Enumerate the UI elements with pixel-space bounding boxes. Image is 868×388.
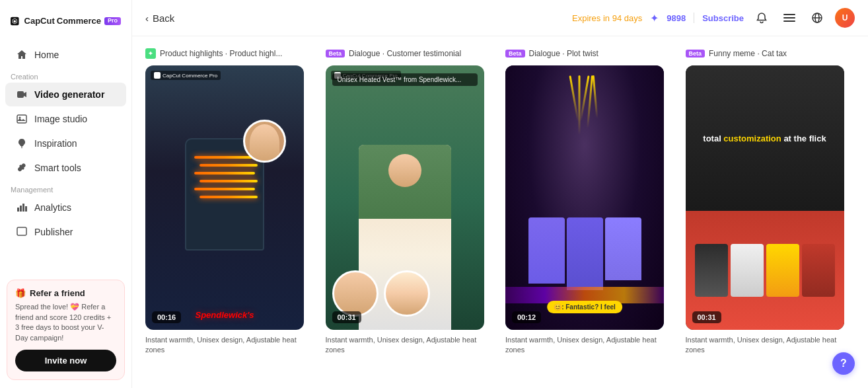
- card-1-brand-text: Spendlewick's: [195, 310, 254, 320]
- card-4-thumbnail[interactable]: CapCut Commerce Pro total customization …: [686, 65, 844, 330]
- svg-rect-5: [20, 206, 22, 212]
- customization-text: total customization at the flick: [703, 134, 826, 143]
- capcut-logo-icon: [11, 11, 19, 32]
- card-4-title: Funny meme · Cat tax: [709, 49, 787, 58]
- sidebar-label-video-generator: Video generator: [34, 89, 104, 100]
- analytics-icon: [16, 202, 28, 213]
- card-4-time-badge: 00:31: [692, 311, 721, 323]
- pro-badge: Pro: [104, 17, 121, 25]
- svg-rect-4: [17, 208, 19, 212]
- subscribe-button[interactable]: Subscribe: [702, 13, 744, 23]
- sidebar-item-video-generator[interactable]: Video generator: [5, 83, 126, 106]
- svg-rect-10: [783, 17, 795, 19]
- svg-rect-9: [783, 14, 795, 15]
- group-person-4: [802, 244, 835, 297]
- notification-icon-btn[interactable]: [752, 8, 772, 28]
- card-3-emoji-badge: 😊: Fantastic? I feel: [547, 301, 622, 313]
- sidebar-item-image-studio[interactable]: Image studio: [5, 107, 126, 131]
- video-icon: [16, 89, 28, 100]
- logo: CapCutCommerce Pro: [0, 0, 131, 40]
- sidebar-label-image-studio: Image studio: [34, 114, 87, 124]
- topbar-divider: [694, 13, 694, 23]
- sidebar-item-inspiration[interactable]: Inspiration: [5, 132, 126, 155]
- back-chevron-icon: ‹: [145, 13, 149, 24]
- svg-rect-7: [25, 206, 27, 212]
- card-3-time-badge: 00:12: [512, 311, 541, 323]
- card-1-title: Product highlights · Product highl...: [160, 49, 282, 58]
- publisher-icon: [16, 226, 28, 238]
- product-highlights-icon: ✦: [145, 48, 156, 59]
- svg-rect-6: [22, 204, 24, 212]
- main-content: ‹ Back Expires in 94 days ✦ 9898 Subscri…: [132, 0, 868, 388]
- home-icon: [16, 49, 28, 61]
- beta-badge-4: Beta: [686, 50, 705, 58]
- brand-commerce: Commerce: [57, 17, 101, 26]
- beta-badge-2: Beta: [326, 50, 345, 58]
- invite-now-button[interactable]: Invite now: [15, 350, 116, 371]
- referral-description: Spread the love! 💝 Refer a friend and sc…: [15, 302, 116, 343]
- card-1-thumbnail[interactable]: CapCut Commerce Pro: [145, 65, 304, 330]
- sidebar-label-analytics: Analytics: [34, 202, 71, 213]
- sidebar-item-home[interactable]: Home: [5, 43, 126, 67]
- svg-rect-2: [17, 115, 26, 123]
- card-4-header: Beta Funny meme · Cat tax: [686, 47, 855, 60]
- help-button[interactable]: ?: [832, 352, 855, 375]
- referral-title-text: Refer a friend: [30, 288, 85, 298]
- svg-rect-1: [17, 91, 24, 98]
- group-person-1: [695, 244, 728, 297]
- card-dialogue-customer: Beta Dialogue · Customer testimonial Cap…: [326, 47, 495, 377]
- card-2-person-2: [384, 270, 430, 317]
- svg-rect-11: [783, 20, 795, 22]
- card-2-thumbnail[interactable]: CapCut Commerce Pro Unisex Heated Vest™ …: [326, 65, 484, 330]
- card-3-header: Beta Dialogue · Plot twist: [505, 47, 675, 60]
- user-avatar[interactable]: U: [835, 8, 855, 28]
- card-funny-meme: Beta Funny meme · Cat tax CapCut Commerc…: [686, 47, 855, 377]
- sidebar-item-smart-tools[interactable]: Smart tools: [5, 156, 126, 180]
- video-cards-grid: ✦ Product highlights · Product highl... …: [145, 47, 855, 377]
- sidebar-item-analytics[interactable]: Analytics: [5, 196, 126, 219]
- card-2-header: Beta Dialogue · Customer testimonial: [326, 47, 495, 60]
- card-2-time-badge: 00:31: [332, 311, 361, 323]
- group-person-3: [766, 244, 799, 297]
- expires-text: Expires in 94 days: [572, 13, 642, 23]
- card-1-header: ✦ Product highlights · Product highl...: [145, 47, 315, 60]
- back-label: Back: [153, 13, 174, 24]
- menu-icon-btn[interactable]: [779, 8, 799, 28]
- credits-button[interactable]: 9898: [667, 13, 686, 23]
- creation-section-label: Creation: [0, 67, 131, 82]
- sidebar-navigation: Home Creation Video generator Image stud…: [0, 40, 131, 274]
- sidebar-label-publisher: Publisher: [34, 227, 73, 237]
- back-button[interactable]: ‹ Back: [145, 13, 174, 24]
- brand-name: CapCutCommerce Pro: [24, 17, 121, 26]
- card-2-description: Instant warmth, Unisex design, Adjustabl…: [326, 335, 495, 356]
- referral-title: 🎁 Refer a friend: [15, 288, 116, 298]
- group-person-2: [731, 244, 764, 297]
- referral-card: 🎁 Refer a friend Spread the love! 💝 Refe…: [7, 280, 125, 380]
- tools-icon: [16, 162, 28, 174]
- sidebar-label-inspiration: Inspiration: [34, 138, 77, 149]
- diamond-icon: ✦: [650, 12, 659, 24]
- svg-rect-8: [17, 227, 26, 235]
- card-4-top-scene: total customization at the flick: [686, 65, 844, 211]
- inspiration-icon: [16, 137, 28, 149]
- gift-icon: 🎁: [15, 288, 26, 298]
- sidebar-label-home: Home: [34, 50, 59, 60]
- management-section-label: Management: [0, 180, 131, 195]
- topbar: ‹ Back Expires in 94 days ✦ 9898 Subscri…: [132, 0, 868, 36]
- card-1-time-badge: 00:16: [152, 311, 181, 323]
- card-3-description: Instant warmth, Unisex design, Adjustabl…: [505, 335, 675, 356]
- language-icon-btn[interactable]: [807, 8, 827, 28]
- card-3-thumbnail[interactable]: CapCut Commerce Pro: [505, 65, 664, 330]
- sidebar-label-smart-tools: Smart tools: [34, 163, 81, 173]
- card-2-persons-row: [332, 270, 478, 317]
- brand-cap: CapCut: [24, 17, 55, 26]
- card-product-highlights: ✦ Product highlights · Product highl... …: [145, 47, 315, 377]
- card-2-person-1: [332, 270, 379, 317]
- image-icon: [16, 113, 28, 125]
- card-dialogue-plot-twist: Beta Dialogue · Plot twist CapCut Commer…: [505, 47, 675, 377]
- sidebar-item-publisher[interactable]: Publisher: [5, 220, 126, 244]
- content-area: ✦ Product highlights · Product highl... …: [132, 36, 868, 388]
- card-2-subtitle: Unisex Heated Vest™ from Spendlewick...: [332, 73, 478, 86]
- card-2-title: Dialogue · Customer testimonial: [349, 49, 461, 58]
- card-3-title: Dialogue · Plot twist: [529, 49, 598, 58]
